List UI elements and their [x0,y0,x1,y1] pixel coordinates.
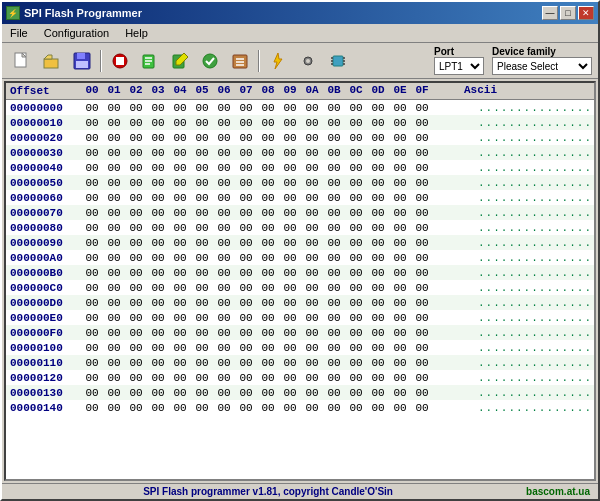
row-byte[interactable]: 00 [147,327,169,339]
row-byte[interactable]: 00 [367,222,389,234]
row-byte[interactable]: 00 [411,342,433,354]
row-byte[interactable]: 00 [411,147,433,159]
row-byte[interactable]: 00 [147,207,169,219]
row-byte[interactable]: 00 [81,237,103,249]
row-byte[interactable]: 00 [169,357,191,369]
row-byte[interactable]: 00 [125,177,147,189]
row-byte[interactable]: 00 [389,102,411,114]
toolbar-open-btn[interactable] [38,48,66,74]
row-byte[interactable]: 00 [147,147,169,159]
toolbar-new-btn[interactable] [8,48,36,74]
row-byte[interactable]: 00 [389,117,411,129]
row-byte[interactable]: 00 [103,237,125,249]
toolbar-save-btn[interactable] [68,48,96,74]
row-byte[interactable]: 00 [279,192,301,204]
row-byte[interactable]: 00 [81,117,103,129]
close-button[interactable]: ✕ [578,6,594,20]
row-byte[interactable]: 00 [235,267,257,279]
row-byte[interactable]: 00 [147,312,169,324]
row-byte[interactable]: 00 [213,282,235,294]
row-byte[interactable]: 00 [147,372,169,384]
row-byte[interactable]: 00 [147,132,169,144]
row-byte[interactable]: 00 [389,222,411,234]
row-byte[interactable]: 00 [257,372,279,384]
row-byte[interactable]: 00 [367,327,389,339]
row-byte[interactable]: 00 [125,327,147,339]
row-byte[interactable]: 00 [411,282,433,294]
row-byte[interactable]: 00 [103,282,125,294]
row-byte[interactable]: 00 [389,207,411,219]
row-byte[interactable]: 00 [301,327,323,339]
row-byte[interactable]: 00 [279,252,301,264]
row-byte[interactable]: 00 [81,177,103,189]
row-byte[interactable]: 00 [103,357,125,369]
row-byte[interactable]: 00 [301,252,323,264]
row-byte[interactable]: 00 [345,267,367,279]
row-byte[interactable]: 00 [323,177,345,189]
row-byte[interactable]: 00 [279,147,301,159]
row-byte[interactable]: 00 [345,297,367,309]
row-byte[interactable]: 00 [235,372,257,384]
row-byte[interactable]: 00 [279,132,301,144]
row-byte[interactable]: 00 [411,132,433,144]
row-byte[interactable]: 00 [125,282,147,294]
row-byte[interactable]: 00 [169,207,191,219]
row-byte[interactable]: 00 [125,372,147,384]
row-byte[interactable]: 00 [345,117,367,129]
menu-help[interactable]: Help [121,26,152,40]
row-byte[interactable]: 00 [235,162,257,174]
row-byte[interactable]: 00 [345,357,367,369]
row-byte[interactable]: 00 [301,222,323,234]
row-byte[interactable]: 00 [103,102,125,114]
row-byte[interactable]: 00 [389,267,411,279]
row-byte[interactable]: 00 [323,222,345,234]
row-byte[interactable]: 00 [147,222,169,234]
row-byte[interactable]: 00 [169,177,191,189]
row-byte[interactable]: 00 [279,342,301,354]
row-byte[interactable]: 00 [257,117,279,129]
row-byte[interactable]: 00 [389,402,411,414]
row-byte[interactable]: 00 [169,222,191,234]
row-byte[interactable]: 00 [301,297,323,309]
row-byte[interactable]: 00 [147,282,169,294]
row-byte[interactable]: 00 [235,207,257,219]
row-byte[interactable]: 00 [147,177,169,189]
row-byte[interactable]: 00 [323,297,345,309]
row-byte[interactable]: 00 [103,387,125,399]
row-byte[interactable]: 00 [367,372,389,384]
row-byte[interactable]: 00 [191,237,213,249]
row-byte[interactable]: 00 [279,357,301,369]
row-byte[interactable]: 00 [323,357,345,369]
row-byte[interactable]: 00 [345,177,367,189]
row-byte[interactable]: 00 [389,297,411,309]
row-byte[interactable]: 00 [411,327,433,339]
row-byte[interactable]: 00 [257,402,279,414]
row-byte[interactable]: 00 [235,117,257,129]
row-byte[interactable]: 00 [323,102,345,114]
row-byte[interactable]: 00 [345,222,367,234]
row-byte[interactable]: 00 [103,402,125,414]
row-byte[interactable]: 00 [191,357,213,369]
row-byte[interactable]: 00 [257,327,279,339]
row-byte[interactable]: 00 [389,237,411,249]
toolbar-verify-btn[interactable] [196,48,224,74]
row-byte[interactable]: 00 [213,297,235,309]
row-byte[interactable]: 00 [191,342,213,354]
row-byte[interactable]: 00 [411,192,433,204]
row-byte[interactable]: 00 [389,312,411,324]
row-byte[interactable]: 00 [169,327,191,339]
row-byte[interactable]: 00 [147,237,169,249]
row-byte[interactable]: 00 [103,147,125,159]
row-byte[interactable]: 00 [147,267,169,279]
row-byte[interactable]: 00 [191,312,213,324]
row-byte[interactable]: 00 [169,132,191,144]
row-byte[interactable]: 00 [323,192,345,204]
row-byte[interactable]: 00 [213,402,235,414]
row-byte[interactable]: 00 [279,117,301,129]
row-byte[interactable]: 00 [389,327,411,339]
row-byte[interactable]: 00 [81,387,103,399]
row-byte[interactable]: 00 [235,327,257,339]
row-byte[interactable]: 00 [125,357,147,369]
row-byte[interactable]: 00 [367,162,389,174]
row-byte[interactable]: 00 [257,132,279,144]
